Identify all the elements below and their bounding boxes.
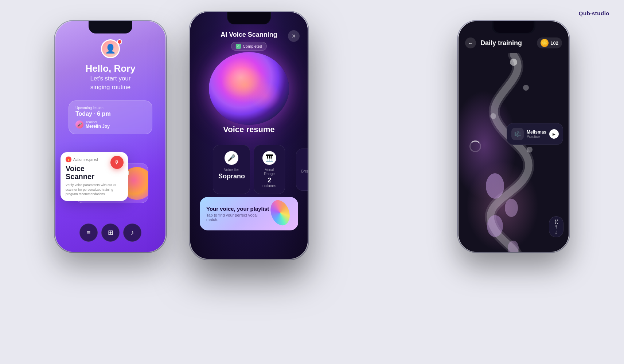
voice-tier-label: Voice tier: [218, 168, 245, 172]
lesson-time: Today · 6 pm: [75, 111, 145, 117]
phone3-notch: [494, 21, 534, 33]
breath-capacity-card[interactable]: 🫁 Breath Capacity 2.2 sec: [296, 149, 308, 191]
teacher-name: Merelin Joy: [86, 124, 110, 129]
nav-grid-button[interactable]: ⊞: [101, 223, 120, 242]
svg-point-4: [486, 173, 504, 199]
notification-dot: [117, 39, 122, 44]
svg-point-3: [527, 147, 533, 153]
lesson-label: Upcoming lesson: [75, 106, 145, 110]
bottom-nav: ≡ ⊞ ♪: [79, 223, 141, 242]
playlist-title: Your voice, your playlist: [206, 206, 270, 212]
greeting-sub: Let's start yoursinging routine: [67, 74, 154, 92]
teacher-info: Teacher Merelin Joy: [86, 120, 110, 129]
close-button[interactable]: ✕: [288, 30, 300, 42]
melismas-info: Melismas Practice: [527, 130, 546, 139]
completed-label: Completed: [243, 44, 262, 48]
scroll-button[interactable]: ⟨⟨ Scroll: [549, 216, 563, 237]
ai-voice-title: AI Voice Scanning: [221, 31, 277, 39]
piano-icon-circle: 🎹: [262, 151, 276, 165]
mic-icon-circle: 🎤: [225, 151, 238, 165]
phone1-screen: Hello, Rory Let's start yoursinging rout…: [55, 21, 165, 252]
brand-logo: Qub·studio: [579, 10, 609, 16]
phone2-screen: ✕ AI Voice Scanning ✓ Completed Voice re…: [190, 12, 308, 259]
melismas-title: Melismas: [527, 130, 546, 135]
phone2-frame: ✕ AI Voice Scanning ✓ Completed Voice re…: [190, 12, 308, 259]
scroll-label: Scroll: [555, 225, 558, 234]
teacher-label: Teacher: [86, 120, 110, 124]
vocal-range-label: Vocal Range: [259, 168, 280, 176]
greeting-block: Hello, Rory Let's start yoursinging rout…: [67, 63, 154, 92]
phone3-screen: ← Daily training 🪙 102 🎼: [459, 21, 569, 252]
check-icon: ✓: [236, 44, 241, 49]
phone1-frame: Hello, Rory Let's start yoursinging rout…: [55, 21, 165, 252]
coin-count: 102: [550, 40, 558, 46]
svg-point-2: [490, 113, 496, 119]
stats-container: 🎤 Voice tier Soprano 🎹 Vocal Range 2 oct…: [213, 145, 285, 194]
mic-button[interactable]: 🎙: [110, 156, 124, 169]
vocal-range-unit: octaves: [259, 183, 280, 188]
melismas-play-button[interactable]: ▶: [549, 129, 559, 139]
voice-tier-card[interactable]: 🎤 Voice tier Soprano: [213, 145, 250, 194]
phone2-notch: [228, 12, 270, 24]
melismas-icon: 🎼: [511, 128, 524, 140]
breath-value: 2.2: [301, 174, 308, 181]
teacher-avatar: 🎤: [75, 120, 83, 128]
melismas-sub: Practice: [527, 135, 546, 139]
playlist-card[interactable]: Your voice, your playlist Tap to find yo…: [200, 197, 298, 230]
voice-tier-value: Soprano: [218, 173, 245, 179]
fire-icon: 🔥: [66, 157, 71, 162]
breath-label: Breath Capacity: [301, 169, 308, 173]
daily-training-title: Daily training: [480, 39, 537, 47]
playlist-3d-icon: [270, 203, 292, 225]
greeting-name: Hello, Rory: [67, 63, 154, 74]
nav-layers-button[interactable]: ≡: [79, 223, 98, 242]
loading-node: [469, 141, 481, 152]
phone1-notch: [90, 21, 130, 33]
completed-badge: ✓ Completed: [231, 42, 267, 51]
scanner-description: Verify voice parameters with our AI scan…: [66, 183, 123, 197]
spiral-shape: [267, 197, 293, 228]
coin-badge: 🪙 102: [537, 37, 562, 48]
svg-point-6: [487, 215, 503, 237]
playlist-sub: Tap to find your perfect vocal match.: [206, 213, 270, 222]
breath-unit: sec: [301, 181, 308, 185]
voice-resume-text: Voice resume: [223, 125, 274, 134]
voice-orb: [209, 52, 289, 125]
svg-point-5: [505, 199, 518, 217]
vocal-range-value: 2: [259, 177, 280, 183]
teacher-row: 🎤 Teacher Merelin Joy: [75, 120, 145, 129]
phone3-frame: ← Daily training 🪙 102 🎼: [459, 21, 569, 252]
vocal-range-card[interactable]: 🎹 Vocal Range 2 octaves 🫁 Breath Capacit…: [254, 145, 285, 194]
svg-point-0: [510, 59, 517, 66]
svg-point-1: [523, 85, 529, 91]
back-button[interactable]: ←: [465, 37, 476, 48]
daily-training-header: ← Daily training 🪙 102: [459, 37, 569, 48]
coin-icon: 🪙: [541, 39, 549, 47]
playlist-text: Your voice, your playlist Tap to find yo…: [206, 206, 270, 222]
voice-scanner-card[interactable]: 🔥 Action required 🎙 VoiceScanner Verify …: [61, 152, 128, 201]
action-required-label: Action required: [73, 158, 98, 162]
melismas-card[interactable]: 🎼 Melismas Practice ▶: [507, 123, 563, 145]
lesson-card[interactable]: Upcoming lesson Today · 6 pm 🎤 Teacher M…: [69, 100, 152, 134]
nav-music-button[interactable]: ♪: [123, 223, 141, 242]
scroll-arrows-icon: ⟨⟨: [554, 219, 558, 224]
